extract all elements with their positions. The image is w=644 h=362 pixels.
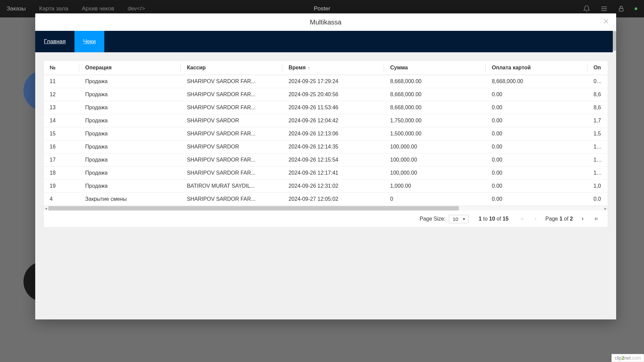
col-header-sum[interactable]: Сумма: [384, 61, 486, 75]
cell-operation: Продажа: [79, 88, 181, 101]
tab-checks[interactable]: Чеки: [74, 31, 105, 52]
cell-operation: Продажа: [79, 167, 181, 180]
vertical-scroll-thumb[interactable]: [613, 31, 616, 51]
cell-card: 0.00: [486, 180, 587, 193]
cell-card: 0.00: [486, 193, 587, 206]
lock-icon[interactable]: [618, 5, 625, 12]
cell-num: 15: [44, 127, 79, 140]
bell-icon[interactable]: [583, 5, 590, 12]
cell-num: 13: [44, 101, 79, 114]
cell-cashier: SHARIPOV SARDOR FAR...: [181, 167, 282, 180]
cell-operation: Продажа: [79, 140, 181, 154]
scroll-track[interactable]: [48, 206, 603, 210]
cell-card: 0.00: [486, 88, 587, 101]
table-row[interactable]: 16ПродажаSHARIPOV SARDOR2024-09-26 12:14…: [44, 140, 608, 154]
modal-header: Multikassa: [35, 13, 616, 31]
cell-card: 0.00: [486, 167, 587, 180]
cell-card: 0.00: [486, 101, 587, 114]
scroll-left-icon[interactable]: ◀: [44, 206, 48, 211]
tabs-bar: Главная Чеки: [35, 31, 616, 52]
cell-sum: 100,000.00: [384, 154, 486, 167]
menu-icon[interactable]: [600, 5, 608, 12]
content-area: № Операция Кассир Время↑ Сумма Оплата ка…: [35, 52, 616, 319]
prev-page-button[interactable]: [532, 215, 539, 223]
col-header-card[interactable]: Оплата картой: [486, 61, 587, 75]
table-row[interactable]: 17ПродажаSHARIPOV SARDOR FAR...2024-09-2…: [44, 154, 608, 167]
cell-extra: 100: [587, 154, 608, 167]
page-size-control: Page Size: 10 ▼: [420, 215, 469, 223]
cell-cashier: SHARIPOV SARDOR FAR...: [181, 127, 282, 140]
cell-num: 19: [44, 180, 79, 193]
status-indicator: [635, 7, 637, 10]
cell-sum: 1,000.00: [384, 180, 486, 193]
cell-extra: 1,5: [587, 127, 608, 140]
cell-extra: 100: [587, 167, 608, 180]
cell-operation: Продажа: [79, 180, 181, 193]
topbar-right: [583, 5, 644, 12]
scroll-thumb[interactable]: [48, 206, 459, 210]
cell-cashier: SHARIPOV SARDOR FAR...: [181, 154, 282, 167]
cell-num: 17: [44, 154, 79, 167]
cell-cashier: SHARIPOV SARDOR: [181, 114, 282, 127]
table-row[interactable]: 11ПродажаSHARIPOV SARDOR FAR...2024-09-2…: [44, 75, 608, 88]
page-size-select[interactable]: 10 ▼: [449, 215, 469, 223]
cell-time: 2024-09-25 20:40:56: [282, 88, 384, 101]
col-header-number[interactable]: №: [44, 61, 79, 75]
scroll-right-icon[interactable]: ▶: [603, 206, 608, 211]
table-row[interactable]: 18ПродажаSHARIPOV SARDOR FAR...2024-09-2…: [44, 167, 608, 180]
cell-card: 0.00: [486, 114, 587, 127]
cell-sum: 1,750,000.00: [384, 114, 486, 127]
cell-extra: 1,0: [587, 180, 608, 193]
cell-extra: 1,7: [587, 114, 608, 127]
cell-time: 2024-09-26 11:53:46: [282, 101, 384, 114]
cell-time: 2024-09-26 12:17:41: [282, 167, 384, 180]
cell-card: 8,668,000.00: [486, 75, 587, 88]
first-page-button[interactable]: [519, 215, 526, 223]
modal: Multikassa Главная Чеки № Операция Касси…: [35, 13, 616, 319]
cell-operation: Продажа: [79, 154, 181, 167]
horizontal-scrollbar[interactable]: ◀ ▶: [44, 206, 608, 210]
cell-operation: Продажа: [79, 114, 181, 127]
col-header-operation[interactable]: Операция: [79, 61, 181, 75]
pager-position: Page 1 of 2: [545, 216, 573, 222]
cell-num: 11: [44, 75, 79, 88]
cell-time: 2024-09-26 12:04:42: [282, 114, 384, 127]
col-header-cashier[interactable]: Кассир: [181, 61, 282, 75]
cell-operation: Продажа: [79, 127, 181, 140]
cell-cashier: SHARIPOV SARDOR: [181, 140, 282, 154]
next-page-button[interactable]: [579, 215, 586, 223]
close-icon[interactable]: [600, 15, 612, 29]
svg-rect-3: [619, 8, 623, 11]
cell-sum: 8,668,000.00: [384, 75, 486, 88]
cell-sum: 100,000.00: [384, 140, 486, 154]
page-size-label: Page Size:: [420, 216, 445, 222]
table-row[interactable]: 12ПродажаSHARIPOV SARDOR FAR...2024-09-2…: [44, 88, 608, 101]
modal-title: Multikassa: [310, 18, 341, 26]
watermark: clip2net.com: [611, 354, 644, 362]
cell-extra: 8,6: [587, 101, 608, 114]
cell-card: 0.00: [486, 140, 587, 154]
table-row[interactable]: 13ПродажаSHARIPOV SARDOR FAR...2024-09-2…: [44, 101, 608, 114]
table-row[interactable]: 15ПродажаSHARIPOV SARDOR FAR...2024-09-2…: [44, 127, 608, 140]
tab-main[interactable]: Главная: [35, 31, 74, 52]
table-row[interactable]: 14ПродажаSHARIPOV SARDOR2024-09-26 12:04…: [44, 114, 608, 127]
cell-cashier: SHARIPOV SARDOR FAR...: [181, 88, 282, 101]
pager-range: 1 to 10 of 15: [479, 216, 508, 222]
col-header-time[interactable]: Время↑: [282, 61, 384, 75]
cell-extra: 8,6: [587, 88, 608, 101]
nav-orders[interactable]: Заказы: [0, 0, 33, 17]
cell-time: 2024-09-26 12:31:02: [282, 180, 384, 193]
data-grid: № Операция Кассир Время↑ Сумма Оплата ка…: [43, 60, 608, 228]
chevron-down-icon: ▼: [462, 217, 466, 221]
col-header-extra[interactable]: Оп: [587, 61, 608, 75]
table-header-row: № Операция Кассир Время↑ Сумма Оплата ка…: [44, 61, 608, 75]
pager: Page Size: 10 ▼ 1 to 10 of 15 Page 1 of …: [44, 210, 608, 227]
cell-cashier: BATIROV MURAT SAYDIL...: [181, 180, 282, 193]
table-row[interactable]: 19ПродажаBATIROV MURAT SAYDIL...2024-09-…: [44, 180, 608, 193]
cell-operation: Продажа: [79, 101, 181, 114]
cell-cashier: SHARIPOV SARDOR FAR...: [181, 101, 282, 114]
modal-body: Главная Чеки № Операция Кассир Время↑ Су…: [35, 31, 616, 319]
last-page-button[interactable]: [592, 215, 600, 223]
table-row[interactable]: 4Закрытие сменыSHARIPOV SARDOR FAR...202…: [44, 193, 608, 206]
vertical-scrollbar[interactable]: [613, 31, 616, 319]
